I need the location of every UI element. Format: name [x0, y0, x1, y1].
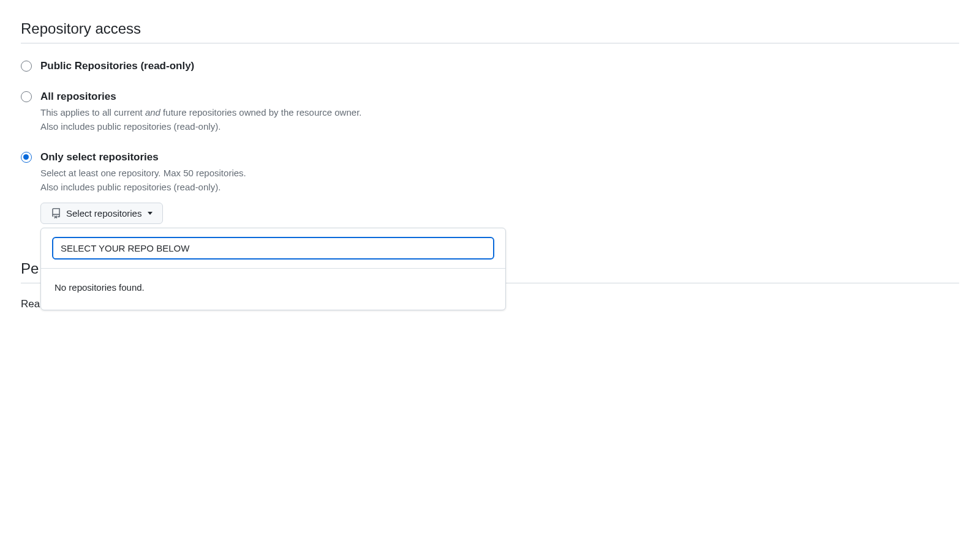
- radio-all-note-post: future repositories owned by the resourc…: [160, 107, 362, 118]
- select-repositories-button[interactable]: Select repositories: [40, 203, 163, 224]
- radio-select-label[interactable]: Only select repositories: [40, 151, 959, 164]
- radio-all-note-line2: Also includes public repositories (read-…: [40, 121, 221, 132]
- repo-search-input[interactable]: [52, 237, 494, 260]
- radio-select-note-line1: Select at least one repository. Max 50 r…: [40, 168, 246, 178]
- radio-all-label[interactable]: All repositories: [40, 90, 959, 103]
- select-repositories-button-label: Select repositories: [66, 208, 141, 219]
- radio-all-note-em: and: [145, 107, 160, 118]
- radio-all[interactable]: [21, 91, 32, 102]
- radio-all-note: This applies to all current and future r…: [40, 106, 959, 133]
- radio-public[interactable]: [21, 61, 32, 72]
- radio-select[interactable]: [21, 152, 32, 163]
- caret-down-icon: [148, 212, 153, 215]
- repo-search-empty: No repositories found.: [41, 269, 505, 310]
- radio-select-note-line2: Also includes public repositories (read-…: [40, 182, 221, 192]
- radio-option-all: All repositories This applies to all cur…: [21, 90, 959, 133]
- select-repos-dropdown: Select repositories No repositories foun…: [40, 203, 163, 224]
- select-repos-panel: No repositories found.: [40, 228, 506, 310]
- radio-public-label[interactable]: Public Repositories (read-only): [40, 59, 959, 73]
- radio-select-note: Select at least one repository. Max 50 r…: [40, 166, 959, 194]
- radio-option-public: Public Repositories (read-only): [21, 59, 959, 73]
- heading-repository-access: Repository access: [21, 20, 959, 43]
- repo-access-radio-group: Public Repositories (read-only) All repo…: [21, 59, 959, 224]
- radio-option-select: Only select repositories Select at least…: [21, 151, 959, 224]
- radio-all-note-pre: This applies to all current: [40, 107, 145, 118]
- repo-icon: [51, 208, 61, 219]
